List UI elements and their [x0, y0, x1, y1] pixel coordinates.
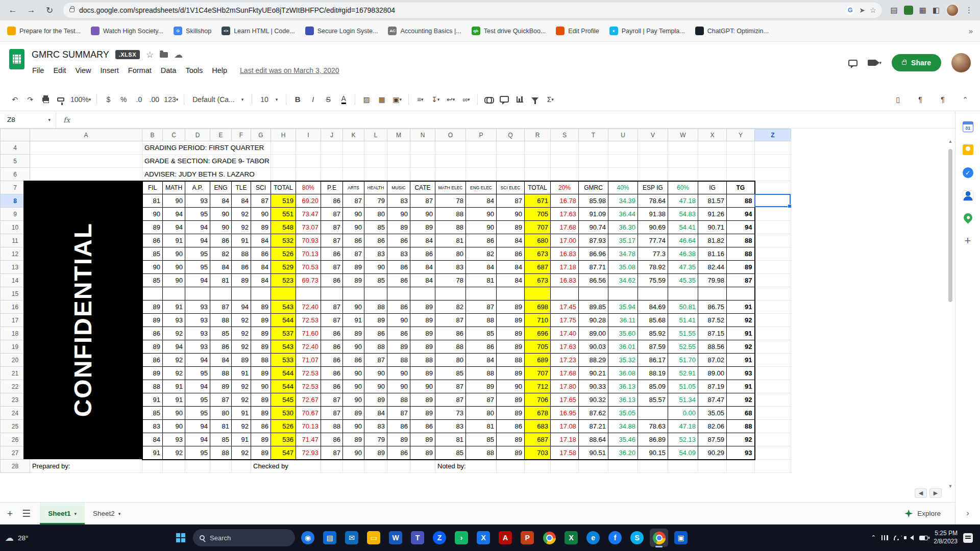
table-data-cell[interactable]: 89 — [343, 433, 364, 446]
name-box[interactable]: Z8 ▾ — [0, 111, 56, 128]
column-header-E[interactable]: E — [210, 129, 232, 141]
table-data-cell[interactable]: 92 — [232, 340, 251, 354]
table-data-cell[interactable]: 81 — [142, 194, 163, 208]
account-avatar[interactable] — [951, 53, 971, 72]
table-data-cell[interactable]: 86.96 — [579, 247, 608, 261]
table-data-cell[interactable]: 90.15 — [638, 446, 668, 460]
table-data-cell[interactable]: 89 — [497, 327, 525, 340]
table-data-cell[interactable]: 88.29 — [579, 354, 608, 367]
taskbar-app-chrome-active[interactable] — [650, 529, 668, 547]
table-data-cell[interactable]: 16.78 — [551, 194, 579, 208]
menu-insert[interactable]: Insert — [96, 64, 124, 77]
browser-profile-avatar[interactable] — [946, 4, 959, 17]
table-header-cell[interactable]: TG — [727, 181, 755, 194]
table-data-cell[interactable]: 89 — [497, 446, 525, 460]
table-data-cell[interactable]: 88 — [466, 367, 497, 380]
table-header-cell[interactable]: IG — [698, 181, 727, 194]
table-data-cell[interactable]: 89 — [343, 327, 364, 340]
table-data-cell[interactable]: 86.89 — [638, 433, 668, 446]
table-data-cell[interactable]: 83 — [364, 247, 387, 261]
table-data-cell[interactable]: 93 — [185, 327, 210, 340]
table-data-cell[interactable]: 90 — [343, 300, 364, 314]
cell[interactable] — [210, 460, 232, 473]
table-data-cell[interactable]: 86 — [210, 340, 232, 354]
table-data-cell[interactable]: 85 — [142, 274, 163, 287]
table-data-cell[interactable]: 90 — [410, 380, 435, 393]
table-data-cell[interactable]: 91 — [163, 393, 185, 407]
table-data-cell[interactable]: 89 — [232, 354, 251, 367]
more-formats-button[interactable]: 123▾ — [162, 92, 180, 107]
bookmark-item[interactable]: xPayroll | Pay Templa... — [609, 27, 685, 35]
table-data-cell[interactable]: 90 — [387, 380, 410, 393]
table-data-cell[interactable]: 92 — [232, 420, 251, 433]
address-bar[interactable]: docs.google.com/spreadsheets/d/1V1C4eSHb… — [63, 3, 882, 18]
table-data-cell[interactable]: 54.83 — [668, 208, 698, 221]
table-data-cell[interactable]: 545 — [271, 393, 296, 407]
table-data-cell[interactable]: 551 — [271, 208, 296, 221]
table-data-cell[interactable]: 83 — [435, 420, 466, 433]
table-data-cell[interactable]: 90 — [343, 393, 364, 407]
table-data-cell[interactable]: 94 — [185, 274, 210, 287]
table-data-cell[interactable]: 85.09 — [638, 380, 668, 393]
table-data-cell[interactable]: 86 — [321, 433, 343, 446]
star-icon[interactable]: ☆ — [146, 49, 154, 60]
cell[interactable] — [321, 168, 343, 181]
table-data-cell[interactable]: 78.92 — [638, 261, 668, 274]
cell[interactable] — [296, 168, 321, 181]
table-data-cell[interactable]: 543 — [271, 300, 296, 314]
cell[interactable] — [668, 141, 698, 155]
table-data-cell[interactable]: 90 — [163, 261, 185, 274]
table-data-cell[interactable]: 17.65 — [551, 393, 579, 407]
table-data-cell[interactable]: 89 — [364, 446, 387, 460]
table-data-cell[interactable]: 86 — [466, 340, 497, 354]
taskbar-app-skype[interactable]: S — [628, 529, 646, 547]
table-data-cell[interactable]: 36.13 — [608, 393, 638, 407]
table-data-cell[interactable]: 87 — [466, 300, 497, 314]
table-data-cell[interactable]: 86 — [251, 420, 271, 433]
table-data-cell[interactable]: 88 — [210, 446, 232, 460]
column-header-F[interactable]: F — [232, 129, 251, 141]
column-header-W[interactable]: W — [668, 129, 698, 141]
taskbar-app-mail[interactable]: ✉ — [342, 529, 361, 547]
bookmark-star-icon[interactable]: ☆ — [870, 6, 876, 14]
table-data-cell[interactable]: 90 — [387, 208, 410, 221]
table-data-cell[interactable]: 88.64 — [579, 433, 608, 446]
cell[interactable]: Prepared by: — [30, 460, 142, 473]
table-data-cell[interactable]: 84 — [466, 194, 497, 208]
table-data-cell[interactable]: 35.17 — [608, 234, 638, 247]
table-header-cell[interactable]: A.P. — [185, 181, 210, 194]
table-data-cell[interactable]: 51.34 — [668, 393, 698, 407]
table-data-cell[interactable]: 705 — [525, 208, 551, 221]
table-data-cell[interactable]: 86 — [497, 247, 525, 261]
table-data-cell[interactable]: 88 — [232, 247, 251, 261]
table-data-cell[interactable] — [185, 287, 210, 300]
table-data-cell[interactable]: 36.11 — [608, 314, 638, 327]
table-header-cell[interactable]: ENG — [210, 181, 232, 194]
table-data-cell[interactable]: 92 — [232, 393, 251, 407]
table-data-cell[interactable]: 70.13 — [296, 247, 321, 261]
cell[interactable] — [466, 155, 497, 168]
table-data-cell[interactable]: 696 — [525, 327, 551, 340]
table-data-cell[interactable]: 89 — [251, 327, 271, 340]
cell[interactable] — [497, 155, 525, 168]
cell[interactable] — [271, 141, 296, 155]
taskbar-app-powerpoint[interactable]: P — [518, 529, 536, 547]
taskbar-app-chrome[interactable] — [540, 529, 558, 547]
table-data-cell[interactable]: 36.13 — [608, 380, 638, 393]
table-data-cell[interactable]: 87 — [364, 354, 387, 367]
table-data-cell[interactable] — [466, 287, 497, 300]
functions-button[interactable]: Σ▾ — [543, 92, 558, 107]
table-data-cell[interactable]: 68 — [727, 407, 755, 420]
table-data-cell[interactable]: 46.38 — [668, 247, 698, 261]
cell[interactable] — [579, 155, 608, 168]
table-data-cell[interactable]: 680 — [525, 234, 551, 247]
table-data-cell[interactable]: 35.46 — [608, 433, 638, 446]
table-data-cell[interactable]: 35.60 — [608, 327, 638, 340]
table-data-cell[interactable]: 89 — [251, 221, 271, 234]
table-data-cell[interactable]: 71.07 — [296, 354, 321, 367]
table-data-cell[interactable] — [410, 287, 435, 300]
table-data-cell[interactable]: 84 — [497, 274, 525, 287]
table-data-cell[interactable]: 17.63 — [551, 340, 579, 354]
start-button[interactable] — [172, 529, 189, 546]
cell[interactable] — [608, 168, 638, 181]
